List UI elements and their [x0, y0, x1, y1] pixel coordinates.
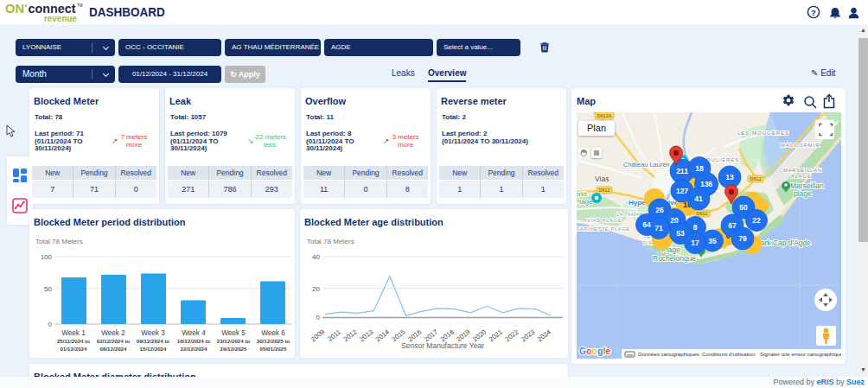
svg-text:2009: 2009 — [310, 328, 326, 343]
svg-text:Plage: Plage — [577, 198, 593, 206]
svg-text:71: 71 — [654, 224, 663, 232]
svg-text:08/12/2024: 08/12/2024 — [100, 346, 128, 352]
svg-text:Google: Google — [579, 346, 610, 356]
svg-text:35: 35 — [708, 237, 717, 245]
svg-text:26: 26 — [655, 206, 664, 214]
svg-text:Données cartographiques: Données cartographiques — [638, 351, 699, 357]
svg-text:13: 13 — [725, 173, 734, 181]
svg-text:29/12/2025: 29/12/2025 — [220, 346, 248, 352]
svg-text:Week 5: Week 5 — [221, 329, 246, 337]
svg-text:23/12/2024 to: 23/12/2024 to — [217, 338, 251, 344]
svg-text:0: 0 — [316, 314, 321, 321]
svg-text:41: 41 — [694, 194, 703, 203]
svg-text:30/12/2025 to: 30/12/2025 to — [257, 338, 290, 344]
svg-text:FARINETTE PLAGE: FARINETTE PLAGE — [577, 226, 630, 232]
svg-text:01/12/2024: 01/12/2024 — [61, 346, 88, 352]
svg-text:plage: plage — [794, 189, 812, 198]
svg-text:211: 211 — [676, 167, 688, 175]
svg-text:Week 2: Week 2 — [101, 329, 125, 337]
svg-text:79: 79 — [738, 234, 747, 243]
svg-text:18: 18 — [695, 164, 704, 173]
svg-text:2012: 2012 — [341, 328, 358, 343]
svg-text:Conditions d'utilisation: Conditions d'utilisation — [702, 351, 756, 357]
svg-text:17: 17 — [691, 239, 699, 247]
svg-text:22: 22 — [752, 216, 761, 225]
svg-text:D612A: D612A — [597, 113, 612, 118]
svg-text:Sensor Manufacture Year: Sensor Manufacture Year — [401, 341, 484, 350]
svg-text:Park Cap d'Agde: Park Cap d'Agde — [756, 239, 811, 247]
svg-text:127: 127 — [676, 187, 688, 195]
svg-text:Week 4: Week 4 — [182, 329, 206, 337]
svg-text:D612: D612 — [697, 211, 708, 216]
svg-text:50: 50 — [44, 285, 52, 293]
svg-text:': ' — [25, 2, 28, 15]
svg-text:revenue: revenue — [44, 13, 77, 23]
svg-text:Week 1: Week 1 — [61, 329, 86, 337]
svg-text:Rochelongue: Rochelongue — [653, 254, 696, 263]
svg-text:53: 53 — [676, 229, 685, 238]
svg-text:22/12/2024: 22/12/2024 — [181, 346, 208, 352]
svg-text:D612: D612 — [750, 176, 762, 181]
svg-text:2011: 2011 — [326, 328, 342, 342]
svg-text:LES MOUGÈRES: LES MOUGÈRES — [737, 130, 789, 136]
svg-text:MARSEILLAN: MARSEILLAN — [783, 168, 822, 173]
svg-text:20: 20 — [312, 285, 320, 293]
svg-text:PLAGE: PLAGE — [791, 174, 811, 179]
svg-text:Signaler une erreur cartograph: Signaler une erreur cartographique — [760, 351, 841, 357]
svg-text:Week 6: Week 6 — [261, 329, 285, 337]
svg-text:136: 136 — [700, 180, 712, 188]
svg-text:16/12/2024 to: 16/12/2024 to — [177, 338, 211, 344]
svg-text:VIAS PLAGE: VIAS PLAGE — [587, 218, 622, 223]
svg-text:09/12/2024 to: 09/12/2024 to — [137, 338, 170, 344]
svg-text:0: 0 — [48, 321, 53, 328]
svg-text:50: 50 — [739, 203, 748, 212]
svg-text:05/01/2025: 05/01/2025 — [260, 346, 288, 352]
svg-text:67: 67 — [728, 221, 737, 230]
svg-text:TM: TM — [77, 3, 83, 8]
svg-text:MALDORMIR: MALDORMIR — [781, 143, 820, 148]
svg-text:orld -: orld - — [577, 190, 591, 198]
svg-text:2022: 2022 — [503, 328, 520, 343]
svg-text:2024: 2024 — [536, 328, 553, 343]
svg-text:Château Lauren: Château Lauren — [623, 161, 670, 169]
svg-text:D612: D612 — [599, 188, 610, 193]
svg-text:02/12/2024 to: 02/12/2024 to — [97, 338, 131, 344]
svg-text:25/11/2024 to: 25/11/2024 to — [57, 338, 90, 344]
svg-text:8: 8 — [693, 223, 698, 232]
svg-text:100: 100 — [41, 253, 53, 261]
svg-text:Week 3: Week 3 — [141, 329, 165, 337]
svg-text:Vias: Vias — [595, 175, 609, 183]
svg-text:2023: 2023 — [520, 328, 536, 343]
svg-text:?: ? — [811, 8, 816, 17]
svg-text:15/12/2024: 15/12/2024 — [140, 346, 168, 352]
svg-text:2014: 2014 — [374, 328, 392, 343]
svg-text:ON: ON — [5, 2, 24, 16]
svg-text:20: 20 — [670, 216, 679, 225]
svg-text:2021: 2021 — [488, 328, 504, 343]
svg-text:40: 40 — [312, 253, 320, 261]
svg-text:64: 64 — [642, 220, 651, 229]
svg-text:2013: 2013 — [358, 328, 374, 343]
